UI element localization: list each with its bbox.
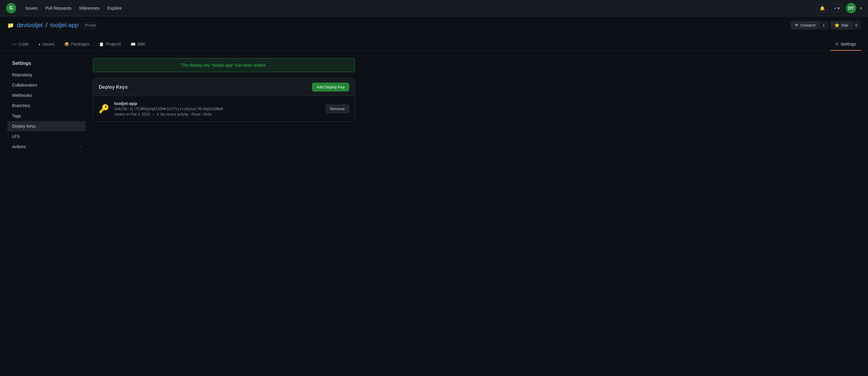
- remove-key-button[interactable]: Remove: [326, 104, 349, 113]
- user-avatar-button[interactable]: DT: [846, 3, 856, 13]
- avatar-dropdown-icon[interactable]: ▾: [860, 6, 862, 10]
- repo-name-separator: /: [45, 22, 48, 28]
- tab-issues[interactable]: ● Issues: [33, 38, 59, 51]
- star-label: Star: [841, 23, 848, 28]
- watch-label: Unwatch: [800, 23, 816, 28]
- wiki-icon: 📖: [131, 42, 135, 46]
- settings-tab-area: ⚙ Settings: [830, 38, 861, 51]
- sidebar-item-branches-label: Branches: [12, 103, 30, 108]
- create-button[interactable]: + ▾: [831, 4, 842, 12]
- tab-wiki[interactable]: 📖 Wiki: [126, 38, 150, 51]
- repo-header: 📁 devtooljet / tooljet-app Private 👁 Unw…: [0, 16, 868, 38]
- tab-code-label: Code: [19, 42, 28, 46]
- key-sha: SHA256:JLlfCNM3gVq815DHK1GJ7Vjz+zOyewC7R…: [114, 107, 321, 111]
- star-group: ⭐ Star 0: [831, 21, 861, 29]
- sidebar-item-tags[interactable]: Tags: [7, 111, 86, 121]
- success-banner: The deploy key "tooljet-app" has been ad…: [93, 58, 355, 72]
- sidebar-item-lfs[interactable]: LFS: [7, 131, 86, 142]
- sidebar-item-lfs-label: LFS: [12, 134, 20, 139]
- watch-icon: 👁: [795, 23, 799, 28]
- watch-count: 1: [820, 21, 828, 29]
- key-separator: —: [152, 112, 155, 117]
- code-icon: <>: [12, 42, 17, 46]
- deploy-keys-header: Deploy Keys Add Deploy Key: [93, 79, 354, 96]
- issues-icon: ●: [38, 42, 41, 46]
- settings-icon: ⚙: [835, 42, 839, 46]
- deploy-keys-section: Deploy Keys Add Deploy Key 🔑 tooljet-app…: [93, 78, 355, 122]
- sidebar-item-collaborators-label: Collaborators: [12, 83, 37, 88]
- tab-projects-label: Projects: [105, 42, 121, 46]
- packages-icon: 📦: [64, 42, 69, 46]
- star-icon: ⭐: [835, 23, 839, 28]
- sidebar-item-deploy-keys[interactable]: Deploy Keys: [7, 121, 86, 131]
- main-container: Settings Repository Collaborators Webhoo…: [0, 51, 362, 159]
- key-name: tooljet-app: [114, 101, 321, 106]
- topnav-links: Issues Pull Requests Milestones Explore: [22, 4, 125, 12]
- success-banner-text: The deploy key "tooljet-app" has been ad…: [181, 63, 267, 68]
- star-button[interactable]: ⭐ Star: [831, 21, 852, 29]
- nav-issues[interactable]: Issues: [22, 4, 40, 12]
- tab-settings-label: Settings: [840, 42, 856, 46]
- nav-pull-requests[interactable]: Pull Requests: [42, 4, 74, 12]
- sidebar-item-collaborators[interactable]: Collaborators: [7, 80, 86, 90]
- watch-group: 👁 Unwatch 1: [791, 21, 828, 29]
- actions-chevron-icon: ›: [80, 145, 81, 149]
- watch-button[interactable]: 👁 Unwatch: [791, 21, 820, 29]
- sidebar-item-webhooks[interactable]: Webhooks: [7, 90, 86, 100]
- notification-button[interactable]: 🔔: [817, 4, 828, 12]
- repo-actions: 👁 Unwatch 1 ⭐ Star 0: [791, 21, 861, 29]
- key-activity-text: No recent activity - Read / Write: [161, 112, 212, 117]
- repo-tabs: <> Code ● Issues 📦 Packages 📋 Projects 📖…: [0, 38, 868, 51]
- sidebar-item-repository[interactable]: Repository: [7, 70, 86, 80]
- sidebar-title: Settings: [7, 58, 86, 70]
- key-info: tooljet-app SHA256:JLlfCNM3gVq815DHK1GJ7…: [114, 101, 321, 117]
- key-icon: 🔑: [99, 104, 109, 114]
- content-area: The deploy key "tooljet-app" has been ad…: [93, 58, 355, 152]
- tab-code[interactable]: <> Code: [7, 38, 33, 51]
- add-deploy-key-button[interactable]: Add Deploy Key: [312, 83, 349, 91]
- repo-icon: 📁: [7, 22, 14, 29]
- topnav: G Issues Pull Requests Milestones Explor…: [0, 0, 868, 16]
- deploy-keys-title: Deploy Keys: [99, 85, 128, 90]
- topnav-icons: 🔔 + ▾ DT ▾: [817, 3, 862, 13]
- tab-wiki-label: Wiki: [137, 42, 145, 46]
- sidebar-item-webhooks-label: Webhooks: [12, 93, 32, 98]
- sidebar-item-actions[interactable]: Actions ›: [7, 142, 86, 152]
- tab-packages-label: Packages: [71, 42, 89, 46]
- tab-projects[interactable]: 📋 Projects: [94, 38, 126, 51]
- info-icon: ℹ: [157, 112, 159, 117]
- tab-settings[interactable]: ⚙ Settings: [830, 38, 861, 51]
- repo-name-link[interactable]: tooljet-app: [50, 22, 78, 28]
- sidebar-item-deploy-keys-label: Deploy Keys: [12, 124, 36, 129]
- sidebar-item-actions-label: Actions: [12, 144, 26, 149]
- repo-name: devtooljet / tooljet-app: [17, 22, 79, 29]
- nav-milestones[interactable]: Milestones: [76, 4, 103, 12]
- tab-packages[interactable]: 📦 Packages: [59, 38, 94, 51]
- projects-icon: 📋: [99, 42, 104, 46]
- site-logo[interactable]: G: [6, 3, 16, 13]
- nav-explore[interactable]: Explore: [104, 4, 125, 12]
- sidebar-item-tags-label: Tags: [12, 114, 21, 118]
- key-added-text: Added on Feb 4, 2025: [114, 112, 150, 117]
- key-meta: Added on Feb 4, 2025 — ℹ No recent activ…: [114, 112, 321, 117]
- tab-issues-label: Issues: [42, 42, 55, 46]
- star-count: 0: [852, 21, 861, 29]
- sidebar-item-branches[interactable]: Branches: [7, 100, 86, 111]
- sidebar-item-repository-label: Repository: [12, 72, 32, 77]
- repo-owner-link[interactable]: devtooljet: [17, 22, 43, 28]
- sidebar: Settings Repository Collaborators Webhoo…: [7, 58, 86, 152]
- deploy-key-row: 🔑 tooljet-app SHA256:JLlfCNM3gVq815DHK1G…: [93, 96, 354, 121]
- repo-visibility-badge: Private: [82, 22, 99, 28]
- repo-title-row: 📁 devtooljet / tooljet-app Private 👁 Unw…: [7, 21, 861, 29]
